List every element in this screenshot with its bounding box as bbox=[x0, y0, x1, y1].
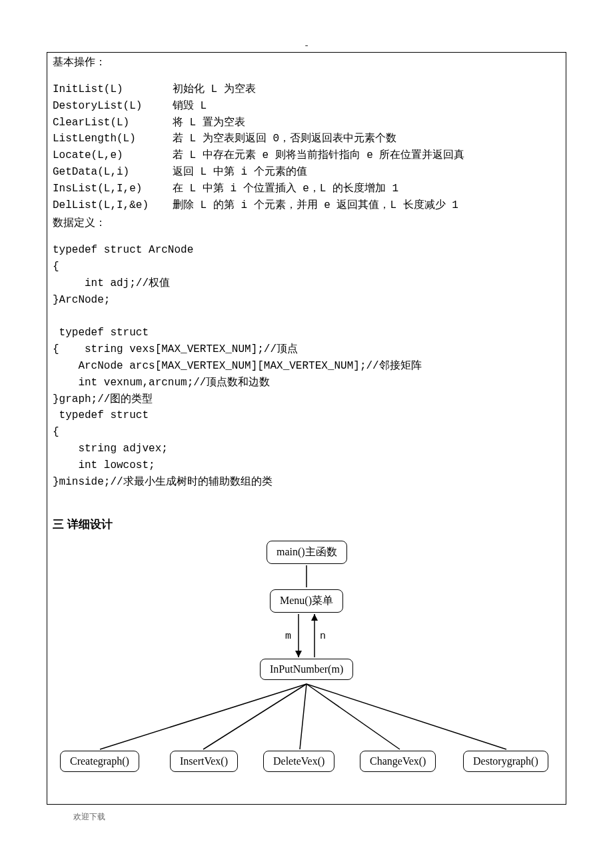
top-dash: - bbox=[47, 40, 566, 51]
section-title-3: 三 详细设计 bbox=[53, 517, 560, 532]
edge-label-n: n bbox=[320, 631, 326, 642]
flow-diagram: main()主函数 Menu()菜单 m n InPutNumber(m) Cr… bbox=[53, 537, 560, 791]
op-fn: GetData(L,i) bbox=[53, 164, 173, 181]
op-desc: 销毁 L bbox=[173, 98, 560, 115]
op-desc: 返回 L 中第 i 个元素的值 bbox=[173, 164, 560, 181]
op-desc: 若 L 中存在元素 e 则将当前指针指向 e 所在位置并返回真 bbox=[173, 147, 560, 164]
op-desc: 将 L 置为空表 bbox=[173, 115, 560, 131]
svg-marker-4 bbox=[311, 614, 318, 621]
op-row: DelList(L,I,&e) 删除 L 的第 i 个元素，并用 e 返回其值，… bbox=[53, 197, 560, 214]
op-row: ListLength(L) 若 L 为空表则返回 0，否则返回表中元素个数 bbox=[53, 131, 560, 147]
footer-text: 欢迎下载 bbox=[47, 805, 566, 823]
op-row: Locate(L,e) 若 L 中存在元素 e 则将当前指针指向 e 所在位置并… bbox=[53, 147, 560, 164]
node-deletevex: DeleteVex() bbox=[263, 751, 334, 772]
operations-table: InitList(L) 初始化 L 为空表 DestoryList(L) 销毁 … bbox=[53, 81, 560, 213]
node-creategraph: Creategraph() bbox=[60, 751, 139, 772]
op-desc: 初始化 L 为空表 bbox=[173, 81, 560, 98]
heading-basic-ops: 基本操作： bbox=[53, 55, 560, 69]
op-desc: 若 L 为空表则返回 0，否则返回表中元素个数 bbox=[173, 131, 560, 147]
op-fn: DestoryList(L) bbox=[53, 98, 173, 115]
svg-line-6 bbox=[203, 684, 306, 749]
node-insertvex: InsertVex() bbox=[170, 751, 238, 772]
node-changevex: ChangeVex() bbox=[360, 751, 436, 772]
node-input: InPutNumber(m) bbox=[260, 659, 353, 680]
svg-line-7 bbox=[300, 684, 306, 749]
op-desc: 删除 L 的第 i 个元素，并用 e 返回其值，L 长度减少 1 bbox=[173, 197, 560, 214]
svg-line-9 bbox=[306, 684, 506, 749]
op-row: InsList(L,I,e) 在 L 中第 i 个位置插入 e，L 的长度增加 … bbox=[53, 181, 560, 197]
op-fn: ClearList(L) bbox=[53, 115, 173, 131]
op-fn: ListLength(L) bbox=[53, 131, 173, 147]
page: - 基本操作： InitList(L) 初始化 L 为空表 DestoryLis… bbox=[0, 0, 613, 843]
op-fn: InitList(L) bbox=[53, 81, 173, 98]
op-desc: 在 L 中第 i 个位置插入 e，L 的长度增加 1 bbox=[173, 181, 560, 197]
op-row: ClearList(L) 将 L 置为空表 bbox=[53, 115, 560, 131]
node-main: main()主函数 bbox=[267, 541, 347, 564]
op-fn: InsList(L,I,e) bbox=[53, 181, 173, 197]
code-block: typedef struct ArcNode { int adj;//权值 }A… bbox=[53, 242, 560, 490]
op-row: InitList(L) 初始化 L 为空表 bbox=[53, 81, 560, 98]
svg-line-8 bbox=[306, 684, 400, 749]
op-fn: DelList(L,I,&e) bbox=[53, 197, 173, 214]
op-fn: Locate(L,e) bbox=[53, 147, 173, 164]
node-destorygraph: Destorygraph() bbox=[463, 751, 548, 772]
op-row: GetData(L,i) 返回 L 中第 i 个元素的值 bbox=[53, 164, 560, 181]
op-row: DestoryList(L) 销毁 L bbox=[53, 98, 560, 115]
svg-marker-2 bbox=[295, 651, 302, 657]
heading-data-def: 数据定义： bbox=[53, 216, 560, 230]
edge-label-m: m bbox=[285, 631, 291, 642]
node-menu: Menu()菜单 bbox=[270, 589, 343, 613]
svg-line-5 bbox=[100, 684, 306, 749]
content-box: 基本操作： InitList(L) 初始化 L 为空表 DestoryList(… bbox=[47, 52, 566, 805]
